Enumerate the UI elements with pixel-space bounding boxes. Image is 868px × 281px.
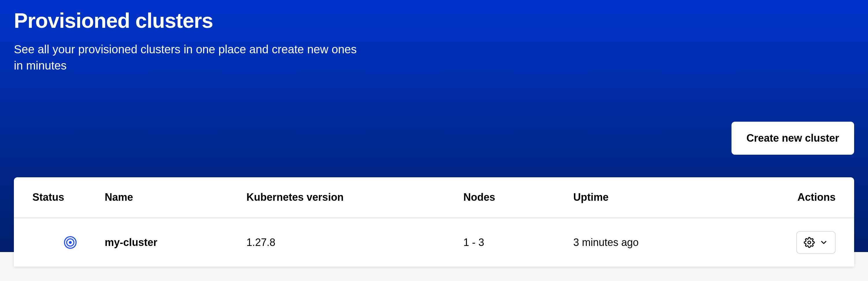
hero-section: Provisioned clusters See all your provis… [0, 0, 868, 252]
chevron-down-icon [819, 238, 828, 247]
column-header-name: Name [105, 191, 246, 203]
cell-nodes: 1 - 3 [463, 236, 573, 249]
page-subtitle: See all your provisioned clusters in one… [14, 41, 361, 74]
cell-uptime: 3 minutes ago [573, 236, 778, 249]
column-header-uptime: Uptime [573, 191, 778, 203]
column-header-actions: Actions [778, 191, 836, 203]
svg-point-3 [808, 241, 811, 244]
gear-icon [804, 237, 815, 248]
cell-actions [778, 231, 836, 254]
status-icon-wrap [32, 236, 105, 249]
create-button-wrap: Create new cluster [732, 122, 854, 155]
column-header-status: Status [32, 191, 105, 203]
table-header-row: Status Name Kubernetes version Nodes Upt… [14, 177, 854, 219]
svg-point-2 [69, 241, 72, 244]
column-header-version: Kubernetes version [246, 191, 463, 203]
page-title: Provisioned clusters [14, 9, 854, 32]
target-spinner-icon [64, 236, 77, 249]
cell-name[interactable]: my-cluster [105, 236, 246, 249]
create-new-cluster-button[interactable]: Create new cluster [732, 122, 854, 155]
column-header-nodes: Nodes [463, 191, 573, 203]
cell-status [32, 236, 105, 249]
clusters-table: Status Name Kubernetes version Nodes Upt… [14, 177, 854, 266]
row-actions-button[interactable] [796, 231, 836, 254]
table-row[interactable]: my-cluster 1.27.8 1 - 3 3 minutes ago [14, 219, 854, 266]
cell-version: 1.27.8 [246, 236, 463, 249]
